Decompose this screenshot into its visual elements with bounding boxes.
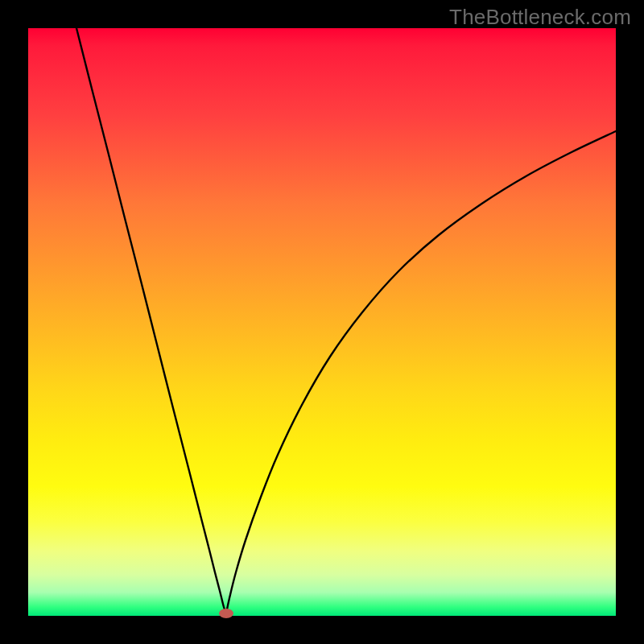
marker-dot bbox=[219, 609, 233, 618]
curve-svg bbox=[28, 28, 616, 616]
watermark-text: TheBottleneck.com bbox=[449, 5, 631, 30]
bottleneck-curve bbox=[76, 28, 616, 613]
chart-frame: TheBottleneck.com bbox=[0, 0, 644, 644]
plot-area bbox=[28, 28, 616, 616]
